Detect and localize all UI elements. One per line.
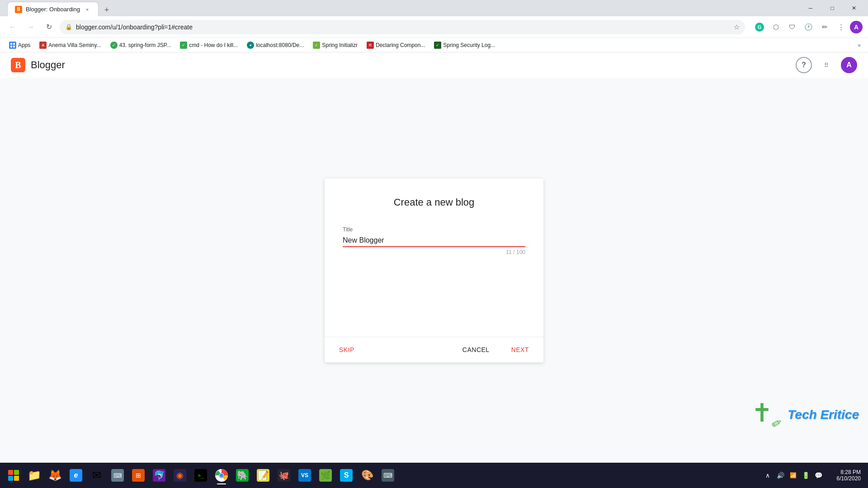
anema-favicon: A: [39, 42, 47, 49]
taskbar-spring[interactable]: 🌿: [316, 465, 335, 485]
bookmark-apps[interactable]: Apps: [5, 40, 34, 51]
spring-init-favicon: ✓: [313, 42, 320, 49]
apps-favicon: [9, 42, 16, 49]
bookmark-declaring[interactable]: R Declaring Compon...: [363, 40, 429, 51]
bookmark-anema[interactable]: A Anema Villa Seminy...: [36, 40, 104, 51]
more-bookmarks-button[interactable]: »: [856, 40, 863, 50]
refresh-button[interactable]: ↻: [42, 20, 56, 34]
svg-point-7: [220, 474, 223, 477]
more-icon[interactable]: ⋮: [834, 20, 848, 34]
show-hidden-icon[interactable]: ∧: [762, 470, 773, 481]
bookmark-spring-init[interactable]: ✓ Spring Initializr: [309, 40, 361, 51]
title-form-field: Title 11 / 100: [343, 226, 525, 255]
battery-icon[interactable]: 🔋: [800, 470, 811, 481]
back-button[interactable]: ←: [5, 20, 20, 34]
spring-icon: 🌿: [319, 469, 332, 482]
cancel-button[interactable]: CANCEL: [455, 343, 497, 357]
taskbar-terminal[interactable]: >_: [191, 465, 211, 485]
pen-icon[interactable]: ✏: [817, 20, 832, 34]
star-icon[interactable]: ☆: [734, 23, 740, 31]
browser-window: B Blogger: Onboarding × + ─ □ ✕ ← → ↻ 🔒 …: [0, 0, 868, 488]
watermark-text: Tech Eritice: [788, 408, 859, 422]
firefox-icon: 🦊: [49, 469, 61, 482]
maximize-button[interactable]: □: [822, 0, 843, 16]
title-bar: B Blogger: Onboarding × + ─ □ ✕: [0, 0, 868, 16]
new-tab-button[interactable]: +: [100, 4, 113, 16]
network-icon[interactable]: 📶: [788, 470, 798, 481]
virtual-keyboard-icon: ⌨: [382, 469, 394, 482]
title-input[interactable]: [343, 235, 525, 247]
taskbar-keyboard-manager[interactable]: ⌨: [108, 465, 127, 485]
close-button[interactable]: ✕: [844, 0, 864, 16]
terminal-icon: >_: [194, 469, 207, 482]
minimize-button[interactable]: ─: [800, 0, 821, 16]
windows-logo: [8, 470, 19, 481]
shield-icon[interactable]: 🛡: [785, 20, 799, 34]
extension1-icon[interactable]: ⬡: [769, 20, 783, 34]
taskbar-chrome[interactable]: [212, 465, 231, 485]
help-icon: ?: [802, 61, 806, 69]
forward-button[interactable]: →: [24, 20, 38, 34]
tab-bar: B Blogger: Onboarding × +: [4, 0, 798, 16]
declaring-label: Declaring Compon...: [376, 42, 425, 48]
taskbar-virtual-keyboard[interactable]: ⌨: [378, 465, 398, 485]
page-content: B Blogger ? ⠿ A Create a new blog Title: [0, 52, 868, 463]
taskbar-skype[interactable]: S: [336, 465, 356, 485]
tab-close-button[interactable]: ×: [84, 6, 91, 13]
db-browser-icon: 🐬: [153, 469, 165, 482]
start-button[interactable]: [4, 465, 24, 485]
clock-date: 6/10/2020: [837, 475, 861, 482]
bookmark-localhost[interactable]: ● localhost:8080/De...: [243, 40, 307, 51]
taskbar-firefox[interactable]: 🦊: [45, 465, 65, 485]
taskbar-db-browser[interactable]: 🐬: [149, 465, 169, 485]
help-button[interactable]: ?: [796, 57, 812, 73]
svg-rect-1: [13, 43, 15, 45]
notification-icon[interactable]: 💬: [813, 470, 824, 481]
taskbar-eclipse[interactable]: ◉: [170, 465, 190, 485]
taskbar-ie[interactable]: e: [66, 465, 86, 485]
skype-icon: S: [340, 469, 353, 482]
taskbar-thunderbird[interactable]: ✉: [87, 465, 107, 485]
taskbar-github-desktop[interactable]: 🐙: [274, 465, 294, 485]
volume-icon[interactable]: 🔊: [775, 470, 786, 481]
title-label: Title: [343, 226, 525, 233]
taskbar-sticky-notes[interactable]: 📝: [253, 465, 273, 485]
next-button[interactable]: NEXT: [504, 343, 536, 357]
watermark-icon: ✝ ✏: [750, 399, 782, 431]
taskbar-clock[interactable]: 8:28 PM 6/10/2020: [828, 469, 864, 482]
bookmark-spring-form[interactable]: ✓ 43. spring-form JSP...: [107, 40, 175, 51]
navigation-bar: ← → ↻ 🔒 blogger.com/u/1/onboarding?pli=1…: [0, 16, 868, 38]
taskbar-fman[interactable]: ⊞: [128, 465, 148, 485]
grammarly-icon[interactable]: G: [752, 20, 767, 34]
sticky-notes-icon: 📝: [257, 469, 269, 482]
svg-rect-2: [10, 46, 12, 47]
taskbar-file-explorer[interactable]: 📁: [24, 465, 44, 485]
github-desktop-icon: 🐙: [278, 469, 290, 482]
bookmark-cmd[interactable]: ✓ cmd - How do I kill...: [176, 40, 241, 51]
skip-button[interactable]: SKIP: [332, 343, 362, 357]
spring-form-label: 43. spring-form JSP...: [119, 42, 171, 48]
address-bar[interactable]: 🔒 blogger.com/u/1/onboarding?pli=1#creat…: [60, 20, 745, 34]
profile-avatar[interactable]: A: [850, 21, 863, 33]
blogger-logo-text: Blogger: [31, 59, 65, 71]
apps-label: Apps: [18, 42, 30, 48]
taskbar-evernote[interactable]: 🐘: [232, 465, 252, 485]
google-apps-button[interactable]: ⠿: [817, 56, 835, 74]
grammarly-logo: G: [755, 23, 764, 32]
dialog-body: Create a new blog Title 11 / 100: [325, 178, 543, 337]
create-blog-dialog: Create a new blog Title 11 / 100 SKIP CA…: [325, 178, 543, 362]
user-avatar[interactable]: A: [841, 57, 857, 73]
taskbar-paint[interactable]: 🎨: [357, 465, 377, 485]
taskbar-vs[interactable]: VS: [295, 465, 315, 485]
clock-icon[interactable]: 🕐: [801, 20, 816, 34]
grid-icon: ⠿: [824, 62, 829, 69]
fman-icon: ⊞: [132, 469, 145, 482]
url-text: blogger.com/u/1/onboarding?pli=1#create: [76, 23, 730, 31]
bookmark-spring-sec[interactable]: ✓ Spring Security Log...: [430, 40, 499, 51]
spring-sec-label: Spring Security Log...: [443, 42, 495, 48]
svg-rect-3: [13, 46, 15, 47]
spring-form-favicon: ✓: [110, 42, 118, 49]
blogger-logo-icon: B: [11, 58, 25, 72]
cmd-favicon: ✓: [180, 42, 187, 49]
active-tab[interactable]: B Blogger: Onboarding ×: [7, 2, 99, 16]
